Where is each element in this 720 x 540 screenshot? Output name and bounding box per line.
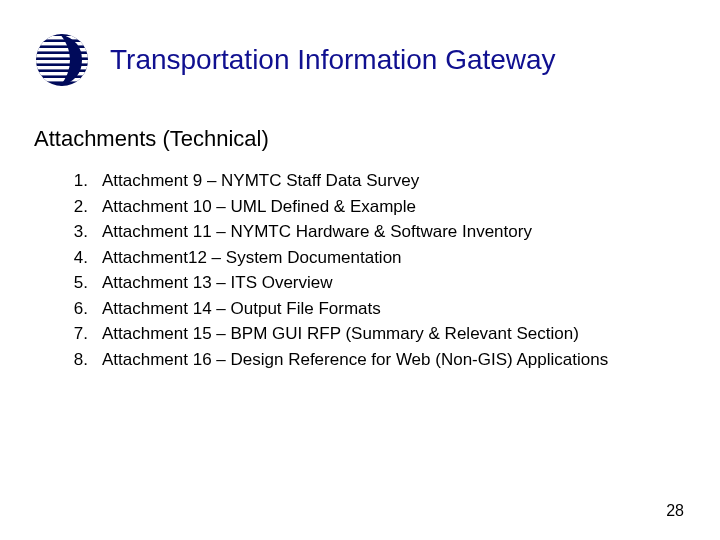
list-text: Attachment12 – System Documentation [102,245,402,271]
svg-rect-9 [32,78,92,81]
list-item: 8. Attachment 16 – Design Reference for … [70,347,720,373]
svg-rect-7 [32,66,92,69]
list-text: Attachment 9 – NYMTC Staff Data Survey [102,168,419,194]
list-number: 1. [70,168,102,194]
section-subtitle: Attachments (Technical) [34,126,720,152]
list-number: 4. [70,245,102,271]
svg-rect-6 [32,60,92,63]
list-item: 5. Attachment 13 – ITS Overview [70,270,720,296]
svg-rect-3 [32,42,92,45]
svg-rect-8 [32,72,92,75]
list-item: 4. Attachment12 – System Documentation [70,245,720,271]
list-item: 2. Attachment 10 – UML Defined & Example [70,194,720,220]
list-text: Attachment 10 – UML Defined & Example [102,194,416,220]
list-text: Attachment 11 – NYMTC Hardware & Softwar… [102,219,532,245]
attachment-list: 1. Attachment 9 – NYMTC Staff Data Surve… [70,168,720,372]
slide-header: Transportation Information Gateway [0,0,720,88]
list-item: 7. Attachment 15 – BPM GUI RFP (Summary … [70,321,720,347]
svg-rect-5 [32,54,92,57]
list-number: 7. [70,321,102,347]
svg-rect-4 [32,48,92,51]
list-number: 6. [70,296,102,322]
page-number: 28 [666,502,684,520]
list-number: 5. [70,270,102,296]
list-text: Attachment 14 – Output File Formats [102,296,381,322]
list-item: 3. Attachment 11 – NYMTC Hardware & Soft… [70,219,720,245]
list-item: 1. Attachment 9 – NYMTC Staff Data Surve… [70,168,720,194]
list-text: Attachment 13 – ITS Overview [102,270,333,296]
list-number: 8. [70,347,102,373]
list-number: 2. [70,194,102,220]
list-text: Attachment 16 – Design Reference for Web… [102,347,608,373]
list-text: Attachment 15 – BPM GUI RFP (Summary & R… [102,321,579,347]
slide-title: Transportation Information Gateway [110,44,556,76]
list-item: 6. Attachment 14 – Output File Formats [70,296,720,322]
list-number: 3. [70,219,102,245]
logo-icon [32,32,92,88]
